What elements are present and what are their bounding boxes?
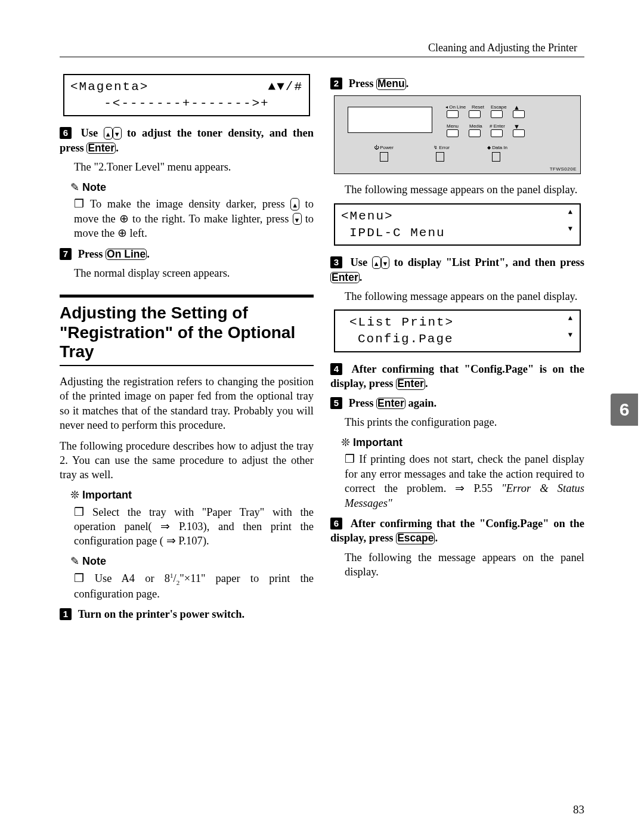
step-5-body: This prints the configuration page. [345, 415, 584, 429]
section-p2: The following procedure describes how to… [60, 439, 314, 482]
step-r6-body: The following the message appears on the… [345, 550, 584, 580]
lcd-menu: <Menu>▲ IPDL-C Menu▼ [334, 203, 581, 246]
panel-led-error [436, 152, 444, 162]
step-7: 7 Press On Line. [60, 247, 314, 261]
panel-figure-code: TFWS020E [550, 166, 577, 173]
panel-btn-online [447, 110, 459, 118]
panel-btn-enter [491, 129, 503, 137]
note-1-item: To make the image density darker, press … [74, 197, 314, 240]
step-7-body: The normal display screen appears. [74, 266, 314, 280]
lcd-magenta: <Magenta>▲▼/# -<-------+------->+ [63, 74, 310, 116]
section-divider-bottom [60, 365, 314, 366]
key-enter-3: Enter [396, 378, 425, 390]
step-2-body: The following message appears on the pan… [345, 182, 584, 197]
lcd-listprint: <List Print>▲ Config.Page▼ [334, 309, 581, 352]
important-heading-right: Important [341, 436, 584, 450]
panel-led-power [380, 152, 388, 162]
printer-panel: ◂ On Line Reset Escape ▲ Menu Media # En… [334, 95, 581, 174]
key-up-2: ▲ [290, 198, 299, 210]
note-2-item: Use A4 or 81/2"×11" paper to print the c… [74, 571, 314, 602]
step-6: 6 Use ▲▼ to adjust the toner density, an… [60, 126, 314, 155]
chapter-tab: 6 [611, 394, 638, 426]
step-3: 3 Use ▲▼ to display "List Print", and th… [330, 255, 584, 284]
key-down-3: ▼ [381, 256, 390, 269]
panel-btn-escape [491, 110, 503, 118]
section-divider-top [60, 295, 314, 298]
panel-display [348, 107, 432, 133]
panel-btn-media [469, 129, 481, 137]
important-right-item: If printing does not start, check the pa… [345, 452, 584, 510]
step-4: 4 After confirming that "Config.Page" is… [330, 362, 584, 391]
key-enter-4: Enter [376, 398, 405, 410]
panel-btn-menu [447, 129, 459, 137]
key-online: On Line [106, 249, 147, 261]
page-number: 83 [573, 803, 584, 816]
key-enter: Enter [86, 143, 116, 154]
key-menu: Menu [376, 78, 406, 90]
key-up: ▲ [104, 127, 113, 140]
key-down: ▼ [113, 127, 122, 140]
step-6-body: The "2.Toner Level" menu appears. [74, 160, 314, 174]
step-1: 1 Turn on the printer's power switch. [60, 607, 314, 621]
panel-btn-up [513, 110, 525, 118]
step-2: 2 Press Menu. [330, 76, 584, 91]
note-heading-1: Note [70, 181, 314, 195]
section-p1: Adjusting the registration refers to cha… [60, 374, 314, 433]
running-header: Cleaning and Adjusting the Printer [60, 42, 584, 57]
important-left-item: Select the tray with "Paper Tray" with t… [74, 505, 314, 549]
step-3-body: The following message appears on the pan… [345, 289, 584, 304]
panel-btn-reset [469, 110, 481, 118]
panel-led-datain [492, 152, 500, 162]
note-heading-2: Note [70, 555, 314, 569]
step-r6: 6 After confirming that the "Config.Page… [330, 516, 584, 546]
key-down-2: ▼ [293, 213, 302, 225]
important-heading-left: Important [70, 488, 314, 503]
panel-btn-down [513, 129, 525, 137]
key-up-3: ▲ [372, 256, 381, 269]
key-enter-2: Enter [330, 272, 360, 284]
step-5: 5 Press Enter again. [330, 396, 584, 410]
key-escape: Escape [396, 532, 435, 544]
section-heading: Adjusting the Setting of "Registration" … [60, 304, 314, 361]
